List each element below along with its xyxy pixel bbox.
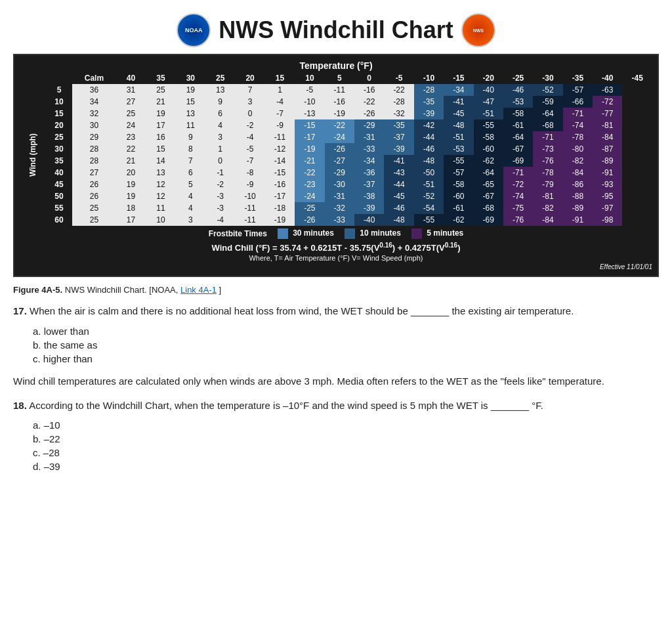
wc-value: -41 xyxy=(384,155,413,167)
wc-value: -79 xyxy=(533,179,562,190)
wc-value: -65 xyxy=(474,179,503,190)
wc-value: 0 xyxy=(235,108,264,119)
table-row: 402720136-1-8-15-22-29-36-43-50-57-64-71… xyxy=(20,167,652,179)
wc-value: 3 xyxy=(205,131,235,143)
wc-value: -73 xyxy=(533,143,562,155)
q17-number: 17. xyxy=(13,305,27,316)
temp-col-header: 30 xyxy=(176,72,205,84)
wc-value: -3 xyxy=(205,190,235,202)
wc-value: -25 xyxy=(295,202,324,214)
wc-value: -82 xyxy=(533,202,562,214)
question-18: 18. According to the Windchill Chart, wh… xyxy=(13,398,659,414)
wc-value: -58 xyxy=(503,108,533,119)
wc-value: -62 xyxy=(444,214,473,226)
wc-value: -5 xyxy=(235,143,264,155)
wc-value: -46 xyxy=(503,84,533,96)
table-row: 103427211593-4-10-16-22-28-35-41-47-53-5… xyxy=(20,96,652,108)
wc-value: -27 xyxy=(325,155,354,167)
wc-value: -45 xyxy=(444,108,473,119)
wc-value: 36 xyxy=(72,84,116,96)
wc-value: -36 xyxy=(354,167,384,179)
temp-col-header: -35 xyxy=(563,72,593,84)
question-17: 17. When the air is calm and there is no… xyxy=(13,304,659,319)
wc-value: 19 xyxy=(116,179,146,190)
formula-sub: Where, T= Air Temperature (°F) V= Wind S… xyxy=(20,254,652,262)
wc-value: 32 xyxy=(72,108,116,119)
wc-value: 1 xyxy=(205,143,235,155)
wc-value: 20 xyxy=(116,167,146,179)
wc-value: -59 xyxy=(533,96,562,108)
wc-value: -34 xyxy=(354,155,384,167)
wc-value: -38 xyxy=(354,190,384,202)
wc-value: -11 xyxy=(265,131,295,143)
figure-caption: Figure 4A-5. NWS Windchill Chart. [NOAA,… xyxy=(13,285,659,295)
weather-badge: NWS xyxy=(461,13,495,47)
wc-value: -35 xyxy=(384,119,413,131)
wc-value: -58 xyxy=(444,179,473,190)
wc-value: -2 xyxy=(205,179,235,190)
wc-value: -45 xyxy=(384,190,413,202)
list-item: a. lower than xyxy=(33,326,659,337)
figure-link[interactable]: Link 4A-1 xyxy=(180,285,217,295)
wc-value: 15 xyxy=(176,96,205,108)
table-row: 502619124-3-10-17-24-31-38-45-52-60-67-7… xyxy=(20,190,652,202)
wc-value: -91 xyxy=(593,167,622,179)
wc-value: 23 xyxy=(116,131,146,143)
list-item: d. –39 xyxy=(33,461,659,472)
windchill-chart: Temperature (°F) Calm4035302520151050-5-… xyxy=(13,54,659,277)
option-text: the same as xyxy=(44,339,98,351)
q17-text: When the air is calm and there is no add… xyxy=(30,305,574,316)
wc-value: -7 xyxy=(265,108,295,119)
wc-value: -14 xyxy=(265,155,295,167)
q18-number: 18. xyxy=(13,400,27,411)
wc-value: -16 xyxy=(354,84,384,96)
wind-speed-label: Wind (mph) xyxy=(20,84,46,226)
wc-value: -80 xyxy=(563,143,593,155)
wc-value: 16 xyxy=(146,131,175,143)
wc-value: 13 xyxy=(205,84,235,96)
wc-value: -31 xyxy=(325,190,354,202)
wc-value: 21 xyxy=(146,96,175,108)
wc-value: 30 xyxy=(72,119,116,131)
effective-date: Effective 11/01/01 xyxy=(20,263,652,270)
option-letter: a. xyxy=(33,419,41,431)
wc-value: -30 xyxy=(325,179,354,190)
temp-col-header: -15 xyxy=(444,72,473,84)
q18-options: a. –10b. –22c. –28d. –39 xyxy=(33,419,659,472)
wc-value: -37 xyxy=(354,179,384,190)
wc-value: 7 xyxy=(176,155,205,167)
temp-col-header: 20 xyxy=(235,72,264,84)
wc-value: -64 xyxy=(474,167,503,179)
windchill-table: Calm4035302520151050-5-10-15-20-25-30-35… xyxy=(20,72,652,226)
wc-value: -11 xyxy=(235,214,264,226)
wc-value: -9 xyxy=(235,179,264,190)
wc-value: -37 xyxy=(384,131,413,143)
wc-value: -7 xyxy=(235,155,264,167)
wc-value: -2 xyxy=(235,119,264,131)
wc-value: -78 xyxy=(533,167,562,179)
wc-value: -28 xyxy=(414,84,444,96)
wc-value: -71 xyxy=(503,167,533,179)
fb-10-label: 10 minutes xyxy=(360,228,401,238)
wc-value: -8 xyxy=(235,167,264,179)
wc-value: -53 xyxy=(444,143,473,155)
table-row: 2529231693-4-11-17-24-31-37-44-51-58-64-… xyxy=(20,131,652,143)
wc-value: 17 xyxy=(146,119,175,131)
wc-value: -42 xyxy=(414,119,444,131)
wind-speed-value: 30 xyxy=(46,143,72,155)
option-text: –22 xyxy=(44,433,60,444)
wc-value: -47 xyxy=(474,96,503,108)
wc-value: -28 xyxy=(384,96,413,108)
option-letter: b. xyxy=(33,433,41,444)
wc-value: -41 xyxy=(444,96,473,108)
wc-value: 25 xyxy=(72,202,116,214)
wc-value: -60 xyxy=(444,190,473,202)
wc-value: -31 xyxy=(354,131,384,143)
wind-speed-value: 60 xyxy=(46,214,72,226)
wc-value: -32 xyxy=(325,202,354,214)
wc-value: -32 xyxy=(384,108,413,119)
wc-value: -40 xyxy=(474,84,503,96)
temp-col-header: -20 xyxy=(474,72,503,84)
wc-value: -87 xyxy=(593,143,622,155)
wind-speed-value: 15 xyxy=(46,108,72,119)
